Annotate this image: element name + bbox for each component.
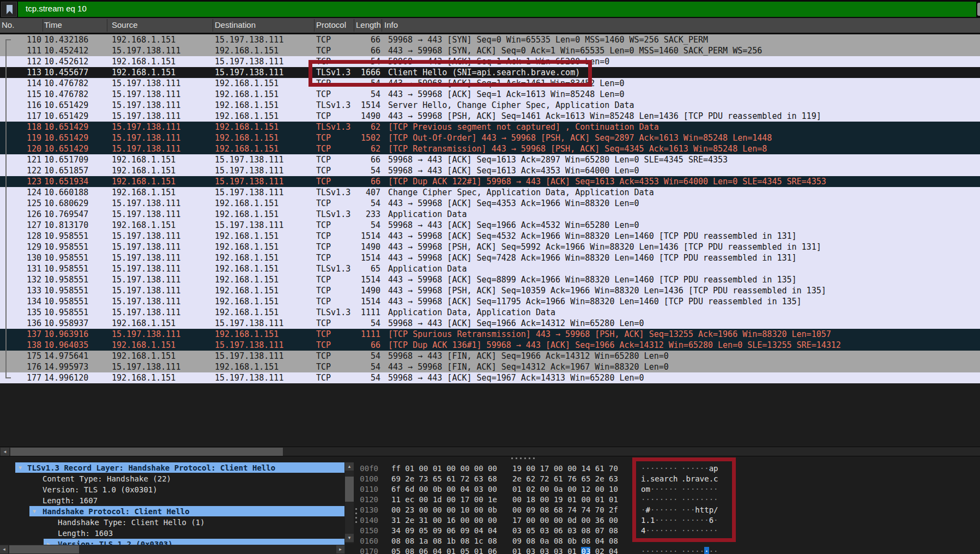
packet-cell-src: 192.168.1.151 <box>112 220 176 231</box>
packet-cell-src: 192.168.1.151 <box>112 351 176 362</box>
packet-row-175[interactable]: 17514.975641192.168.1.15115.197.138.111T… <box>0 351 980 362</box>
hscrollbar-thumb[interactable] <box>10 448 283 456</box>
packet-row-118[interactable]: 11810.65142915.197.138.111192.168.1.151T… <box>0 122 980 133</box>
packet-cell-info: 443 → 59968 [ACK] Seq=7428 Ack=1966 Win=… <box>388 252 797 263</box>
packet-row-121[interactable]: 12110.651709192.168.1.15115.197.138.111T… <box>0 154 980 165</box>
packet-cell-src: 15.197.138.111 <box>112 45 180 56</box>
column-header-destination[interactable]: Destination <box>215 20 256 29</box>
packet-list-hscrollbar[interactable]: ◂ <box>0 447 980 456</box>
filter-apply-button[interactable] <box>977 3 980 16</box>
packet-row-136[interactable]: 13610.958937192.168.1.15115.197.138.111T… <box>0 318 980 329</box>
packet-row-114[interactable]: 11410.47678215.197.138.111192.168.1.151T… <box>0 78 980 89</box>
column-divider[interactable] <box>213 19 213 32</box>
packet-row-129[interactable]: 12910.95855115.197.138.111192.168.1.151T… <box>0 242 980 252</box>
hscrollbar-thumb[interactable] <box>9 545 79 553</box>
hex-ascii: ········ <box>681 546 718 554</box>
scroll-up-icon[interactable]: ▴ <box>345 462 354 471</box>
packet-row-111[interactable]: 11110.45241215.197.138.111192.168.1.151T… <box>0 45 980 56</box>
packet-cell-info: [TCP Previous segment not captured] , Co… <box>388 122 659 133</box>
packet-row-132[interactable]: 13210.95855115.197.138.111192.168.1.151T… <box>0 274 980 285</box>
column-header-length[interactable]: Length <box>356 20 381 29</box>
column-divider[interactable] <box>107 19 107 32</box>
packet-cell-info: [TCP Spurious Retransmission] 443 → 5996… <box>388 329 831 340</box>
packet-row-133[interactable]: 13310.95855115.197.138.111192.168.1.151T… <box>0 285 980 296</box>
packet-row-137[interactable]: 13710.96391615.197.138.111192.168.1.151T… <box>0 329 980 340</box>
packet-cell-time: 10.680629 <box>44 198 88 209</box>
scroll-left-icon[interactable]: ◂ <box>1 448 9 456</box>
packet-cell-src: 15.197.138.111 <box>112 89 180 100</box>
column-divider[interactable] <box>314 19 314 32</box>
vscrollbar-thumb[interactable] <box>345 477 354 502</box>
column-header-source[interactable]: Source <box>112 20 138 29</box>
packet-cell-time: 10.958551 <box>44 285 88 296</box>
hex-row-0100[interactable]: 010069 2e 73 65 61 72 63 682e 62 72 61 7… <box>0 474 736 484</box>
hex-ascii: ········ <box>681 526 718 536</box>
tree-vscrollbar[interactable]: ▴ ▾ <box>345 462 354 543</box>
packet-row-130[interactable]: 13010.95855115.197.138.111192.168.1.151T… <box>0 252 980 263</box>
packet-row-115[interactable]: 11510.47678215.197.138.111192.168.1.151T… <box>0 89 980 100</box>
wireshark-window: tcp.stream eq 10 No. Time Source Destina… <box>0 0 980 554</box>
stream-bracket-line <box>5 39 7 378</box>
column-divider[interactable] <box>354 19 354 32</box>
packet-row-119[interactable]: 11910.65142915.197.138.111192.168.1.151T… <box>0 133 980 143</box>
packet-row-135[interactable]: 13510.95855115.197.138.111192.168.1.151T… <box>0 307 980 318</box>
scroll-down-icon[interactable]: ▾ <box>345 534 354 542</box>
packet-cell-len: 1490 <box>338 242 380 252</box>
packet-row-131[interactable]: 13110.95855115.197.138.111192.168.1.151T… <box>0 263 980 274</box>
packet-cell-len: 54 <box>338 198 380 209</box>
tree-hscrollbar[interactable]: ◂ ▸ <box>0 545 345 554</box>
hex-ascii: ········ <box>641 463 678 474</box>
packet-cell-info: Application Data <box>388 209 467 220</box>
hex-row-00f0[interactable]: 00f0ff 01 00 01 00 00 00 0019 00 17 00 0… <box>0 463 736 474</box>
packet-row-125[interactable]: 12510.68062915.197.138.111192.168.1.151T… <box>0 198 980 209</box>
pane-splitter-handle[interactable] <box>355 508 357 526</box>
scroll-right-icon[interactable]: ▸ <box>336 545 344 553</box>
hex-row-0120[interactable]: 012011 ec 00 1d 00 17 00 1e00 18 00 19 0… <box>0 495 736 505</box>
packet-row-123[interactable]: 12310.651934192.168.1.15115.197.138.111T… <box>0 176 980 187</box>
hex-row-0130[interactable]: 013000 23 00 00 00 10 00 0b00 09 08 68 7… <box>0 505 736 515</box>
packet-cell-dst: 192.168.1.151 <box>215 100 279 111</box>
display-filter-input[interactable]: tcp.stream eq 10 <box>18 2 976 17</box>
column-header-protocol[interactable]: Protocol <box>316 20 346 29</box>
packet-row-127[interactable]: 12710.813170192.168.1.15115.197.138.111T… <box>0 220 980 231</box>
packet-row-112[interactable]: 11210.452612192.168.1.15115.197.138.111T… <box>0 56 980 67</box>
packet-row-128[interactable]: 12810.95855115.197.138.111192.168.1.151T… <box>0 231 980 242</box>
pane-splitter-handle[interactable] <box>511 457 535 459</box>
scroll-left-icon[interactable]: ◂ <box>0 545 8 553</box>
packet-row-126[interactable]: 12610.76954715.197.138.111192.168.1.151T… <box>0 209 980 220</box>
packet-cell-info: 443 → 59968 [FIN, ACK] Seq=14312 Ack=196… <box>388 362 669 372</box>
packet-cell-time: 10.452612 <box>44 56 88 67</box>
column-divider[interactable] <box>43 19 43 32</box>
packet-row-176[interactable]: 17614.99597315.197.138.111192.168.1.151T… <box>0 362 980 372</box>
hex-bytes: 01 02 00 0a 00 12 00 10 <box>512 484 618 495</box>
column-header-no[interactable]: No. <box>2 20 14 29</box>
column-header-time[interactable]: Time <box>44 20 62 29</box>
packet-row-110[interactable]: 11010.432186192.168.1.15115.197.138.111T… <box>0 34 980 45</box>
packet-cell-time: 14.975641 <box>44 351 88 362</box>
packet-row-134[interactable]: 13410.95855115.197.138.111192.168.1.151T… <box>0 296 980 307</box>
packet-row-120[interactable]: 12010.65142915.197.138.111192.168.1.151T… <box>0 143 980 154</box>
packet-cell-len: 66 <box>338 45 380 56</box>
packet-cell-len: 1514 <box>338 252 380 263</box>
packet-cell-src: 192.168.1.151 <box>112 340 176 351</box>
hex-bytes: 00 23 00 00 00 10 00 0b <box>391 505 497 515</box>
hex-offset: 00f0 <box>359 463 378 474</box>
bookmark-icon <box>7 5 13 14</box>
packet-row-113[interactable]: 11310.455677192.168.1.15115.197.138.111T… <box>0 67 980 78</box>
hex-ascii: ········ <box>641 495 678 505</box>
packet-row-117[interactable]: 11710.65142915.197.138.111192.168.1.151T… <box>0 111 980 122</box>
packet-row-116[interactable]: 11610.65142915.197.138.111192.168.1.151T… <box>0 100 980 111</box>
column-divider[interactable] <box>382 19 382 32</box>
packet-row-177[interactable]: 17714.996120192.168.1.15115.197.138.111T… <box>0 372 980 383</box>
packet-cell-src: 15.197.138.111 <box>112 231 180 242</box>
hex-row-0110[interactable]: 01106f 6d 00 0b 00 04 03 0001 02 00 0a 0… <box>0 484 736 495</box>
filter-toolbar: tcp.stream eq 10 <box>0 0 980 18</box>
hex-row-0140[interactable]: 014031 2e 31 00 16 00 00 0017 00 00 00 0… <box>0 515 736 526</box>
filter-bookmark-button[interactable] <box>1 2 17 17</box>
column-header-info[interactable]: Info <box>384 20 398 29</box>
packet-row-138[interactable]: 13810.964035192.168.1.15115.197.138.111T… <box>0 340 980 351</box>
packet-row-124[interactable]: 12410.660188192.168.1.15115.197.138.111T… <box>0 187 980 198</box>
hex-ascii: ········ <box>681 495 718 505</box>
hex-row-0150[interactable]: 015034 09 05 09 06 09 04 0403 05 03 06 0… <box>0 526 736 536</box>
packet-row-122[interactable]: 12210.651857192.168.1.15115.197.138.111T… <box>0 165 980 176</box>
